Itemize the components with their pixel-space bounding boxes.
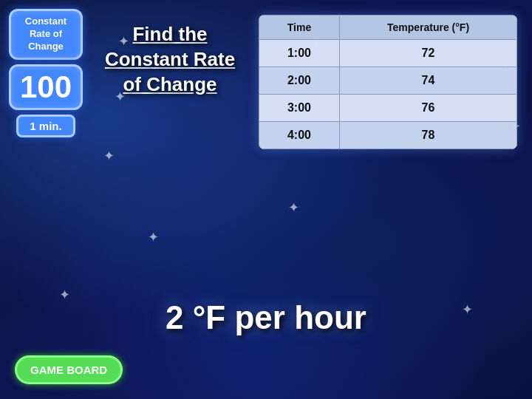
- col-header-temp: Temperature (°F): [339, 16, 516, 40]
- table-row: 2:0074: [259, 67, 517, 95]
- question-panel: Find the Constant Rate of Change: [96, 15, 244, 97]
- timer-badge: 1 min.: [16, 115, 75, 137]
- table-panel: Time Temperature (°F) 1:00722:00743:0076…: [259, 15, 517, 149]
- category-label: Constant Rate of Change: [25, 16, 66, 52]
- cell-time: 1:00: [259, 40, 340, 67]
- cell-temp: 72: [339, 40, 516, 67]
- cell-temp: 76: [339, 95, 516, 122]
- table-row: 1:0072: [259, 40, 517, 67]
- cell-temp: 78: [339, 122, 516, 149]
- cell-time: 4:00: [259, 122, 340, 149]
- cell-time: 3:00: [259, 95, 340, 122]
- timer-value: 1 min.: [30, 120, 61, 132]
- main-content: Find the Constant Rate of Change Time Te…: [96, 15, 517, 340]
- points-value: 100: [20, 69, 72, 104]
- table-row: 3:0076: [259, 95, 517, 122]
- points-badge: 100: [9, 64, 83, 110]
- cell-temp: 74: [339, 67, 516, 95]
- game-board-button[interactable]: GAME BOARD: [15, 355, 123, 384]
- cell-time: 2:00: [259, 67, 340, 95]
- answer-area: 2 °F per hour: [0, 299, 532, 336]
- col-header-time: Time: [259, 16, 340, 40]
- data-table: Time Temperature (°F) 1:00722:00743:0076…: [259, 15, 517, 149]
- category-badge: Constant Rate of Change: [9, 9, 83, 60]
- table-row: 4:0078: [259, 122, 517, 149]
- question-text: Find the Constant Rate of Change: [96, 22, 244, 97]
- answer-text: 2 °F per hour: [166, 299, 366, 335]
- badge-container: Constant Rate of Change 100 1 min.: [9, 9, 83, 137]
